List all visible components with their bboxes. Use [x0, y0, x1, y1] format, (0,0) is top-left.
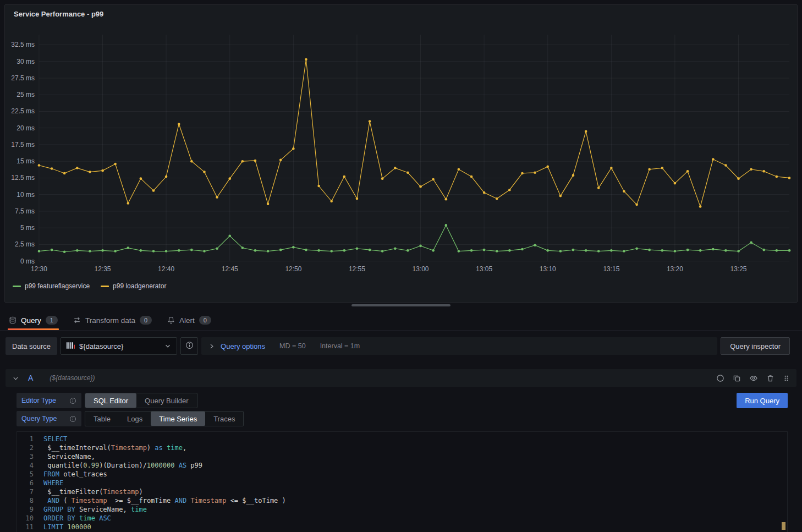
code-line[interactable]: 3 ServiceName, [17, 452, 787, 461]
code-text: LIMIT 100000 [43, 523, 91, 531]
svg-text:12:30: 12:30 [31, 265, 47, 273]
toggle-visibility-icon[interactable] [749, 374, 758, 382]
editor-tabbar: Query1Transform data0Alert0 [0, 310, 802, 331]
info-circle-icon[interactable] [69, 415, 76, 423]
svg-text:7.5 ms: 7.5 ms [15, 207, 35, 215]
query-options-bar: Query options MD = 50 Interval = 1m [201, 337, 717, 355]
chevron-down-icon [164, 342, 172, 350]
panel-title: Service Performance - p99 [14, 10, 103, 18]
editor-type-row: Editor Type SQL EditorQuery Builder Run … [17, 393, 788, 408]
code-text: ORDER BY time ASC [43, 514, 111, 523]
timeseries-panel: Service Performance - p99 0 ms2.5 ms5 ms… [4, 4, 798, 303]
query-options-toggle[interactable]: Query options [221, 342, 265, 350]
datasource-label: Data source [6, 337, 57, 355]
code-line[interactable]: 8 AND ( Timestamp >= $__fromTime AND Tim… [17, 496, 787, 505]
query-type-option-time-series[interactable]: Time Series [151, 412, 205, 426]
code-line[interactable]: 4 quantile(0.99)(Duration)/1000000 AS p9… [17, 461, 787, 470]
tab-alert[interactable]: Alert0 [165, 310, 213, 330]
tab-transform-data[interactable]: Transform data0 [71, 310, 154, 330]
query-actions [716, 374, 790, 382]
delete-query-icon[interactable] [766, 374, 774, 382]
editor-type-option-query-builder[interactable]: Query Builder [136, 393, 196, 408]
code-line[interactable]: 6WHERE [17, 479, 787, 487]
code-line[interactable]: 11LIMIT 100000 [17, 523, 787, 531]
database-icon [9, 316, 17, 324]
code-line[interactable]: 5FROM otel_traces [17, 470, 787, 479]
collapse-chevron-icon[interactable] [12, 375, 19, 382]
code-line[interactable]: 9GROUP BY ServiceName, time [17, 505, 787, 514]
timeseries-chart[interactable]: 0 ms2.5 ms5 ms7.5 ms10 ms12.5 ms15 ms17.… [5, 23, 797, 281]
code-text: SELECT [43, 435, 67, 443]
svg-text:12:45: 12:45 [222, 265, 238, 273]
legend-item[interactable]: p99 loadgenerator [101, 282, 166, 290]
datasource-selected-value: ${datasource} [79, 342, 123, 350]
svg-text:10 ms: 10 ms [17, 191, 35, 199]
legend-series-label: p99 featureflagservice [25, 282, 90, 290]
chart-canvas[interactable]: 0 ms2.5 ms5 ms7.5 ms10 ms12.5 ms15 ms17.… [7, 23, 795, 281]
sql-code-lines: 1SELECT2 $__timeInterval(Timestamp) as t… [17, 435, 787, 531]
editor-type-option-sql-editor[interactable]: SQL Editor [85, 393, 136, 408]
svg-text:12:55: 12:55 [349, 265, 365, 273]
svg-text:13:10: 13:10 [540, 265, 556, 273]
editor-overview-cursor [782, 522, 785, 530]
tab-label: Transform data [85, 316, 135, 325]
tab-query[interactable]: Query1 [7, 310, 60, 330]
transform-icon [73, 316, 81, 324]
legend-item[interactable]: p99 featureflagservice [13, 282, 90, 290]
query-type-option-traces[interactable]: Traces [205, 412, 243, 426]
line-number: 8 [17, 496, 43, 505]
panel-header[interactable]: Service Performance - p99 [5, 5, 797, 23]
line-number: 3 [17, 452, 43, 461]
svg-text:12.5 ms: 12.5 ms [11, 174, 35, 182]
svg-text:17.5 ms: 17.5 ms [11, 141, 35, 149]
query-type-option-table[interactable]: Table [85, 412, 119, 426]
line-number: 2 [17, 443, 43, 452]
code-text: AND ( Timestamp >= $__fromTime AND Times… [43, 496, 286, 505]
grafana-panel-edit-view: Service Performance - p99 0 ms2.5 ms5 ms… [0, 4, 802, 532]
editor-type-group: SQL EditorQuery Builder [85, 393, 197, 408]
legend-series-marker [13, 286, 21, 287]
drag-handle-icon[interactable] [783, 374, 790, 382]
tab-count-badge: 0 [199, 316, 211, 325]
svg-text:32.5 ms: 32.5 ms [11, 41, 35, 48]
info-circle-icon[interactable] [716, 374, 724, 382]
editor-type-label: Editor Type [17, 393, 81, 408]
datasource-row: Data source ${datasource} Query options … [6, 337, 790, 355]
code-text: ServiceName, [43, 452, 95, 461]
line-number: 5 [17, 470, 43, 479]
code-text: $__timeFilter(Timestamp) [43, 487, 143, 496]
line-number: 11 [17, 523, 43, 531]
code-line[interactable]: 7 $__timeFilter(Timestamp) [17, 487, 787, 496]
query-type-row: Query Type TableLogsTime SeriesTraces [17, 411, 788, 426]
info-circle-icon[interactable] [69, 397, 76, 404]
line-number: 7 [17, 487, 43, 496]
datasource-help-button[interactable] [180, 337, 198, 355]
code-line[interactable]: 2 $__timeInterval(Timestamp) as time, [17, 443, 787, 452]
max-data-points-value: MD = 50 [279, 342, 306, 350]
svg-text:27.5 ms: 27.5 ms [11, 74, 35, 82]
query-row-header[interactable]: A (${datasource}) [6, 369, 796, 387]
query-type-option-logs[interactable]: Logs [119, 412, 151, 426]
svg-text:13:25: 13:25 [730, 265, 747, 273]
panel-scrollbar[interactable] [351, 304, 451, 306]
svg-text:12:40: 12:40 [158, 265, 174, 273]
code-line[interactable]: 10ORDER BY time ASC [17, 514, 787, 523]
legend-series-marker [101, 286, 109, 287]
query-body: Editor Type SQL EditorQuery Builder Run … [6, 387, 796, 532]
query-inspector-button[interactable]: Query inspector [721, 337, 790, 355]
legend-series-label: p99 loadgenerator [113, 282, 166, 290]
line-number: 10 [17, 514, 43, 523]
code-text: GROUP BY ServiceName, time [43, 505, 147, 514]
chevron-right-icon[interactable] [208, 343, 215, 350]
svg-text:12:50: 12:50 [285, 265, 301, 273]
duplicate-query-icon[interactable] [733, 374, 741, 382]
sql-code-editor[interactable]: 1SELECT2 $__timeInterval(Timestamp) as t… [17, 431, 788, 532]
editor-type-label-text: Editor Type [21, 397, 56, 404]
datasource-select[interactable]: ${datasource} [61, 337, 177, 355]
svg-text:13:05: 13:05 [476, 265, 492, 273]
run-query-button[interactable]: Run Query [737, 393, 788, 408]
line-number: 9 [17, 505, 43, 514]
code-text: $__timeInterval(Timestamp) as time, [43, 443, 186, 452]
code-line[interactable]: 1SELECT [17, 435, 787, 443]
svg-text:20 ms: 20 ms [17, 124, 35, 132]
